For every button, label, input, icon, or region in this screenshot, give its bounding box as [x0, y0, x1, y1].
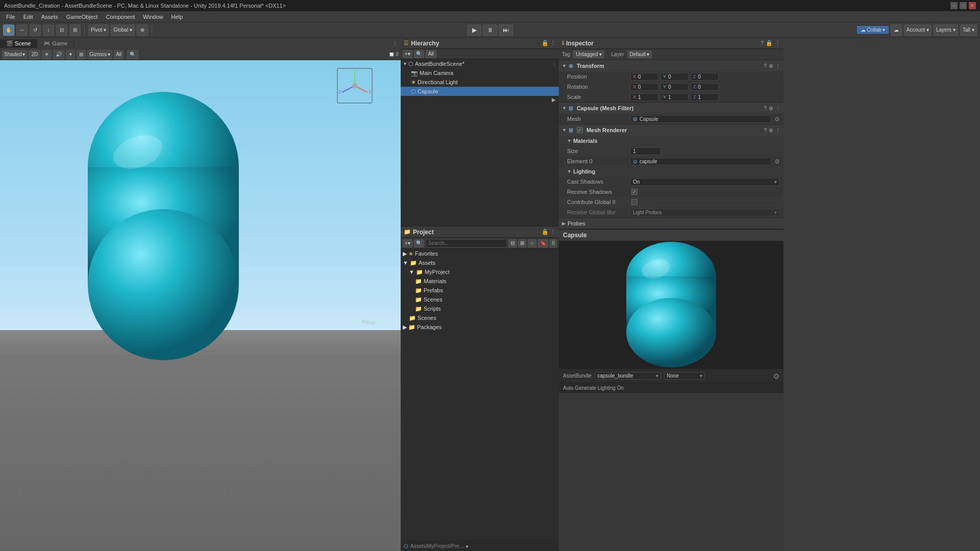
close-btn[interactable]: ✕: [969, 2, 976, 9]
project-lock[interactable]: 🔒: [542, 229, 549, 235]
hierarchy-item-capsule[interactable]: ⬡ Capsule: [401, 87, 559, 96]
rotation-z-field[interactable]: Z 0: [691, 83, 719, 91]
hierarchy-item-light[interactable]: ☀ Directional Light: [401, 78, 559, 87]
transform-header[interactable]: ▼ ⊕ Transform ? ⚙ ⋮: [559, 60, 783, 71]
meshfilter-settings[interactable]: ⚙: [769, 106, 773, 111]
inspector-help[interactable]: ?: [761, 40, 764, 46]
mode-2d-btn[interactable]: 2D: [29, 50, 40, 59]
tree-prefabs[interactable]: 📁 Prefabs: [401, 286, 559, 295]
tool-transform[interactable]: ⊞: [69, 24, 81, 36]
lighting-section[interactable]: ▼ Lighting: [559, 166, 783, 177]
tool-rect[interactable]: ⊟: [56, 24, 67, 36]
meshrender-menu[interactable]: ⋮: [775, 128, 780, 133]
maximize-btn[interactable]: □: [960, 2, 967, 9]
pivot-dropdown[interactable]: Pivot ▾: [88, 24, 109, 36]
layers-dropdown[interactable]: Layers ▾: [934, 24, 958, 36]
project-menu[interactable]: ⋮: [550, 229, 556, 235]
mesh-filter-header[interactable]: ▼ ⊞ Capsule (Mesh Filter) ? ⚙ ⋮: [559, 103, 783, 114]
hierarchy-item-camera[interactable]: 📷 Main Camera: [401, 68, 559, 78]
tool-move[interactable]: ↔: [16, 24, 28, 36]
project-filter-btn[interactable]: ☆: [528, 239, 536, 247]
inspector-bottom-btn[interactable]: ⊙: [773, 372, 779, 380]
tool-scale[interactable]: ↕: [43, 24, 54, 36]
menu-file[interactable]: File: [2, 13, 19, 21]
mesh-value-field[interactable]: ⊟ Capsule: [630, 115, 771, 123]
receive-shadows-checkbox[interactable]: ✓: [631, 189, 638, 195]
mesh-renderer-header[interactable]: ▼ ⊞ ✓ Mesh Renderer ? ⚙ ⋮: [559, 124, 783, 136]
tab-game[interactable]: 🎮 Game: [37, 39, 74, 48]
transform-menu[interactable]: ⋮: [775, 63, 780, 69]
meshrender-settings[interactable]: ⚙: [769, 128, 773, 133]
layout-dropdown[interactable]: Tall ▾: [960, 24, 977, 36]
materials-section[interactable]: ▼ Materials: [559, 136, 783, 146]
tool-hand[interactable]: ✋: [3, 24, 14, 36]
transform-settings[interactable]: ⚙: [769, 63, 773, 69]
meshrender-help[interactable]: ?: [764, 128, 767, 133]
project-view-btn[interactable]: ⊟: [508, 239, 517, 247]
tree-scripts[interactable]: 📁 Scripts: [401, 304, 559, 313]
project-star-btn[interactable]: 🔖: [538, 239, 548, 247]
position-z-field[interactable]: Z 0: [691, 73, 719, 81]
project-search-input[interactable]: [426, 239, 507, 247]
menu-window[interactable]: Window: [139, 13, 167, 21]
assetbundle-dropdown[interactable]: capsule_bundle ▾: [595, 372, 661, 380]
viewport[interactable]: Y X Z Persp: [0, 60, 401, 551]
cast-shadows-dropdown[interactable]: On ▾: [630, 178, 779, 186]
project-sort-btn[interactable]: ⊞: [518, 239, 526, 247]
menu-help[interactable]: Help: [167, 13, 187, 21]
hierarchy-lock[interactable]: 🔒: [542, 40, 549, 46]
scene-search[interactable]: 🔍: [127, 50, 138, 59]
probes-header[interactable]: ▶ Probes: [559, 217, 783, 229]
tool-extra[interactable]: ⊕: [137, 24, 148, 36]
tree-packages[interactable]: ▶ 📁 Packages: [401, 322, 559, 332]
tree-materials[interactable]: 📁 Materials: [401, 277, 559, 286]
scale-x-field[interactable]: X 1: [630, 93, 658, 101]
transform-help[interactable]: ?: [764, 63, 767, 69]
hierarchy-item-root[interactable]: ▼ ⬡ AssetBundleScene* ⋮: [401, 59, 559, 68]
receive-gi-dropdown[interactable]: Light Probes ▾: [630, 209, 779, 216]
scene-tab-menu[interactable]: ⋮: [389, 39, 401, 48]
gizmos-dropdown[interactable]: Gizmos ▾: [87, 50, 112, 59]
play-btn[interactable]: ▶: [467, 24, 481, 36]
all-dropdown[interactable]: All: [114, 50, 124, 59]
audio-btn[interactable]: 🔊: [53, 50, 64, 59]
hierarchy-search-btn[interactable]: 🔍: [414, 50, 424, 58]
scale-z-field[interactable]: Z 1: [691, 93, 719, 101]
tree-scenes-sub[interactable]: 📁 Scenes: [401, 295, 559, 304]
tool-rotate[interactable]: ↺: [30, 24, 41, 36]
tree-assets[interactable]: ▼ 📁 Assets: [401, 258, 559, 267]
menu-component[interactable]: Component: [102, 13, 139, 21]
layer-dropdown[interactable]: Default ▾: [627, 51, 652, 58]
scale-y-field[interactable]: Y 1: [660, 93, 689, 101]
effects-btn[interactable]: ✦: [66, 50, 75, 59]
inspector-lock[interactable]: 🔒: [766, 40, 773, 46]
assetbundle-none-dropdown[interactable]: None ▾: [664, 372, 705, 380]
meshfilter-help[interactable]: ?: [764, 106, 767, 111]
menu-assets[interactable]: Assets: [37, 13, 62, 21]
tree-scenes-top[interactable]: 📁 Scenes: [401, 313, 559, 322]
element0-select[interactable]: ⊙: [775, 158, 779, 165]
tree-favorites[interactable]: ▶ ★ Favorites: [401, 249, 559, 258]
inspector-menu[interactable]: ⋮: [775, 40, 780, 46]
global-dropdown[interactable]: Global ▾: [111, 24, 135, 36]
tag-dropdown[interactable]: Untagged ▾: [573, 51, 604, 58]
pause-btn[interactable]: ⏸: [483, 24, 497, 36]
mesh-renderer-enabled-checkbox[interactable]: ✓: [577, 127, 583, 133]
step-btn[interactable]: ⏭: [499, 24, 513, 36]
root-menu[interactable]: ⋮: [552, 61, 557, 67]
account-icon-btn[interactable]: ☁: [891, 24, 902, 36]
project-refresh-btn[interactable]: 8: [550, 239, 557, 247]
shading-dropdown[interactable]: Shaded ▾: [2, 50, 27, 59]
scene-btn2[interactable]: ⊞: [77, 50, 86, 59]
element0-field[interactable]: ⊙ capsule: [630, 158, 771, 165]
menu-edit[interactable]: Edit: [19, 13, 37, 21]
lighting-btn[interactable]: ☀: [42, 50, 52, 59]
hierarchy-all-dropdown[interactable]: All: [426, 50, 436, 58]
project-search-btn[interactable]: 🔍: [414, 239, 424, 247]
account-dropdown[interactable]: Account ▾: [904, 24, 932, 36]
collab-btn[interactable]: ☁ Collab ▾: [857, 26, 888, 34]
tree-myproject[interactable]: ▼ 📁 MyProject: [401, 267, 559, 277]
rotation-y-field[interactable]: Y 0: [660, 83, 689, 91]
meshfilter-menu[interactable]: ⋮: [775, 106, 780, 111]
contribute-gi-checkbox[interactable]: [631, 199, 638, 205]
